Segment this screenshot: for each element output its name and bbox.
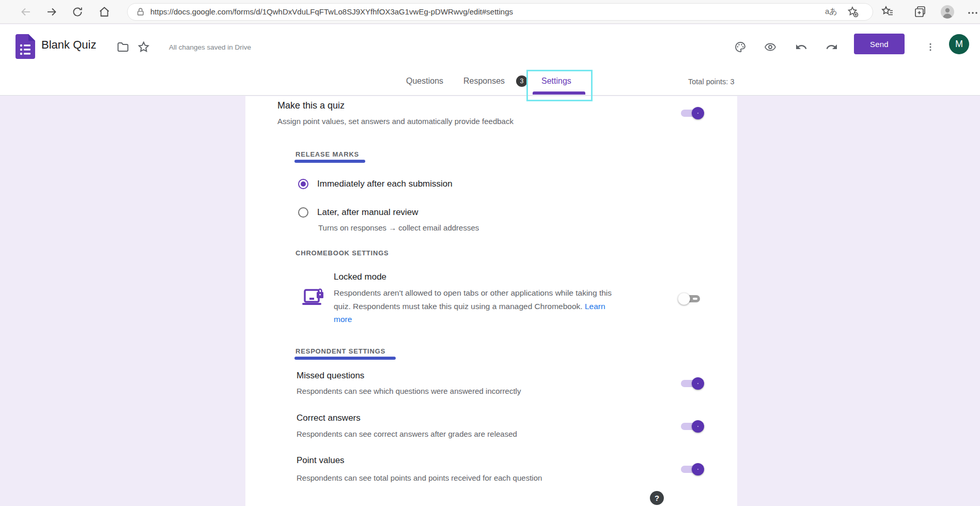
radio-unselected-icon[interactable] — [298, 207, 308, 218]
form-title[interactable]: Blank Quiz — [41, 38, 96, 52]
back-icon[interactable] — [20, 6, 32, 18]
refresh-icon[interactable] — [71, 6, 84, 18]
point-values-toggle[interactable] — [679, 463, 703, 476]
missed-questions-toggle[interactable] — [679, 377, 703, 390]
laptop-lock-icon — [301, 286, 326, 310]
responses-count-badge: 3 — [516, 75, 527, 87]
point-values-description: Respondents can see total points and poi… — [297, 473, 542, 482]
release-marks-heading: RELEASE MARKS — [295, 150, 359, 158]
account-avatar[interactable]: M — [949, 34, 969, 54]
address-bar[interactable]: https://docs.google.com/forms/d/1QwhDxVd… — [127, 3, 873, 21]
respondent-settings-heading: RESPONDENT SETTINGS — [295, 347, 385, 355]
make-quiz-description: Assign point values, set answers and aut… — [277, 117, 514, 126]
settings-tab-underline — [533, 91, 585, 95]
radio-later-label: Later, after manual review — [317, 207, 418, 218]
locked-mode-description: Respondents aren't allowed to open tabs … — [334, 286, 624, 326]
total-points-label: Total points: 3 — [688, 78, 734, 86]
tab-questions[interactable]: Questions — [406, 76, 443, 86]
save-status: All changes saved in Drive — [169, 43, 251, 51]
browser-menu-icon[interactable] — [966, 6, 979, 20]
correct-answers-title: Correct answers — [297, 413, 361, 423]
send-button[interactable]: Send — [854, 34, 905, 54]
respondent-settings-underline — [294, 357, 396, 360]
translate-icon[interactable]: aあ — [825, 7, 837, 17]
radio-immediately-label: Immediately after each submission — [317, 179, 453, 189]
browser-toolbar: https://docs.google.com/forms/d/1QwhDxVd… — [0, 0, 980, 24]
tab-responses[interactable]: Responses — [463, 76, 505, 86]
collections-icon[interactable] — [913, 5, 927, 19]
move-folder-icon[interactable] — [117, 41, 129, 53]
missed-questions-title: Missed questions — [297, 371, 364, 381]
radio-selected-icon[interactable] — [298, 179, 308, 189]
locked-mode-description-text: Respondents aren't allowed to open tabs … — [334, 288, 612, 311]
preview-eye-icon[interactable] — [764, 41, 776, 53]
star-icon[interactable] — [137, 41, 150, 53]
make-quiz-toggle[interactable] — [679, 107, 703, 119]
point-values-title: Point values — [297, 455, 345, 466]
add-favorite-icon[interactable] — [847, 6, 859, 18]
more-options-icon[interactable] — [925, 41, 936, 53]
make-quiz-title: Make this a quiz — [277, 100, 345, 111]
missed-questions-description: Respondents can see which questions were… — [297, 387, 521, 395]
google-forms-logo[interactable] — [15, 34, 35, 59]
release-marks-underline — [294, 160, 365, 163]
locked-mode-toggle[interactable] — [679, 293, 703, 305]
profile-avatar-icon[interactable] — [940, 5, 955, 19]
radio-later[interactable]: Later, after manual review — [298, 207, 418, 218]
help-button[interactable]: ? — [650, 491, 664, 505]
locked-mode-title: Locked mode — [334, 272, 386, 282]
settings-panel: Make this a quiz Assign point values, se… — [245, 96, 737, 506]
radio-later-sublabel: Turns on responses → collect email addre… — [318, 223, 479, 232]
correct-answers-toggle[interactable] — [679, 420, 703, 433]
forward-icon[interactable] — [45, 6, 58, 18]
radio-immediately[interactable]: Immediately after each submission — [298, 179, 453, 189]
tab-settings[interactable]: Settings — [541, 76, 571, 86]
redo-icon[interactable] — [826, 41, 838, 53]
forms-header: Blank Quiz All changes saved in Drive Se… — [0, 24, 980, 69]
favorites-icon[interactable] — [881, 5, 894, 19]
lock-icon — [136, 7, 145, 17]
undo-icon[interactable] — [795, 41, 807, 53]
correct-answers-description: Respondents can see correct answers afte… — [297, 430, 517, 438]
chromebook-settings-heading: CHROMEBOOK SETTINGS — [295, 249, 389, 257]
theme-palette-icon[interactable] — [734, 41, 746, 53]
tab-bar: Questions Responses 3 Settings Total poi… — [0, 69, 980, 96]
url-text[interactable]: https://docs.google.com/forms/d/1QwhDxVd… — [150, 7, 513, 16]
home-icon[interactable] — [98, 6, 111, 18]
